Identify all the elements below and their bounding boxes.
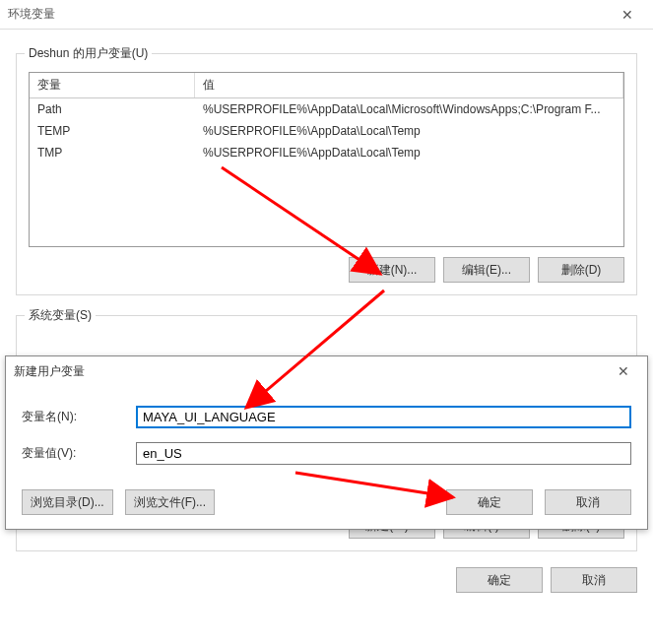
delete-user-var-button[interactable]: 删除(D) — [538, 257, 624, 283]
var-value-input[interactable] — [136, 442, 631, 465]
dialog-titlebar: 新建用户变量 ✕ — [6, 356, 647, 386]
dialog-cancel-button[interactable]: 取消 — [545, 489, 631, 515]
user-vars-header: 变量 值 — [30, 73, 623, 98]
table-row[interactable]: TMP %USERPROFILE%\AppData\Local\Temp — [30, 142, 623, 163]
system-vars-group-title: 系统变量(S) — [25, 307, 96, 324]
user-vars-buttons: 新建(N)... 编辑(E)... 删除(D) — [29, 257, 624, 283]
main-cancel-button[interactable]: 取消 — [551, 567, 637, 593]
main-ok-button[interactable]: 确定 — [456, 567, 543, 593]
var-value-label: 变量值(V): — [22, 445, 136, 462]
window-title: 环境变量 — [8, 6, 55, 23]
new-user-var-dialog: 新建用户变量 ✕ 变量名(N): 变量值(V): 浏览目录(D)... 浏览文件… — [5, 355, 648, 530]
col-header-name[interactable]: 变量 — [30, 73, 195, 97]
close-icon[interactable]: ✕ — [608, 1, 647, 29]
browse-file-button[interactable]: 浏览文件(F)... — [125, 489, 215, 515]
edit-user-var-button[interactable]: 编辑(E)... — [443, 257, 530, 283]
var-name-input[interactable] — [136, 406, 631, 428]
main-dialog-buttons: 确定 取消 — [16, 567, 637, 593]
new-user-var-button[interactable]: 新建(N)... — [349, 257, 435, 283]
dialog-buttons: 浏览目录(D)... 浏览文件(F)... 确定 取消 — [6, 474, 647, 529]
dialog-title: 新建用户变量 — [14, 363, 85, 380]
user-vars-group: Deshun 的用户变量(U) 变量 值 Path %USERPROFILE%\… — [16, 53, 637, 295]
var-name-label: 变量名(N): — [22, 409, 136, 425]
user-vars-list[interactable]: 变量 值 Path %USERPROFILE%\AppData\Local\Mi… — [29, 72, 624, 247]
table-row[interactable]: Path %USERPROFILE%\AppData\Local\Microso… — [30, 98, 623, 120]
dialog-close-icon[interactable]: ✕ — [604, 357, 643, 385]
window-titlebar: 环境变量 ✕ — [0, 0, 653, 30]
col-header-value[interactable]: 值 — [195, 73, 623, 97]
dialog-ok-button[interactable]: 确定 — [446, 489, 533, 515]
user-vars-group-title: Deshun 的用户变量(U) — [25, 45, 152, 62]
browse-dir-button[interactable]: 浏览目录(D)... — [22, 489, 113, 515]
table-row[interactable]: TEMP %USERPROFILE%\AppData\Local\Temp — [30, 120, 623, 142]
